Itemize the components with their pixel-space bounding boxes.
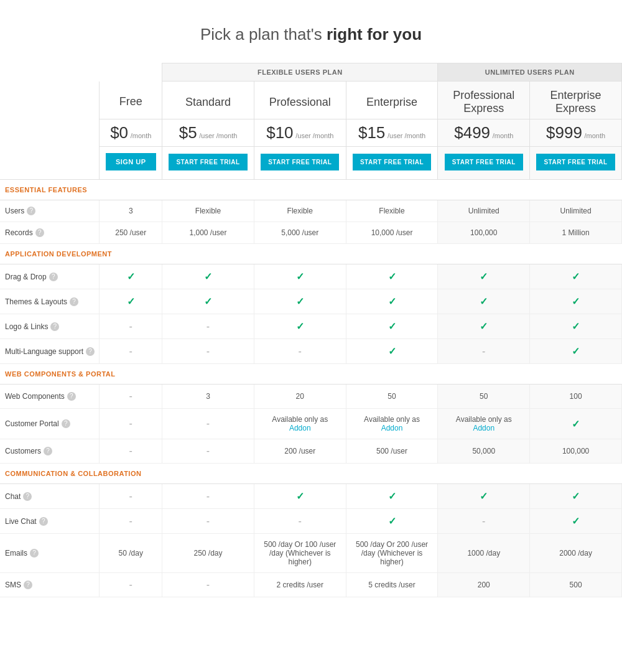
- help-icon[interactable]: ?: [44, 447, 52, 455]
- feature-value-2-2-5: 100,000: [530, 439, 622, 464]
- section-header-label-1: APPLICATION DEVELOPMENT: [0, 244, 622, 264]
- feature-label-cell-1-2: Logo & Links?: [0, 314, 100, 339]
- dash-indicator: -: [207, 579, 210, 590]
- feature-value-2-0-0: -: [100, 385, 162, 409]
- help-icon[interactable]: ?: [86, 347, 95, 356]
- feature-value-1-3-1: -: [162, 339, 254, 364]
- section-header-2: WEB COMPONENTS & PORTAL: [0, 364, 622, 385]
- addon-link[interactable]: Addon: [381, 424, 403, 432]
- trial-button-ent-express[interactable]: START FREE TRIAL: [536, 154, 615, 170]
- feature-value-0-0-4: Unlimited: [438, 200, 530, 222]
- feature-value-3-0-0: -: [100, 484, 162, 509]
- help-icon[interactable]: ?: [67, 392, 76, 401]
- feature-value-1-3-5: ✓: [530, 339, 622, 364]
- checkmark-icon: ✓: [204, 296, 212, 307]
- feature-value-2-2-3: 500 /user: [346, 439, 438, 464]
- trial-button-standard[interactable]: START FREE TRIAL: [169, 154, 247, 170]
- section-header-label-2: WEB COMPONENTS & PORTAL: [0, 364, 622, 385]
- signup-button-free[interactable]: SIGN UP: [106, 153, 156, 170]
- checkmark-icon: ✓: [572, 296, 580, 307]
- feature-row: SMS?--2 credits /user5 credits /user2005…: [0, 573, 622, 597]
- dash-indicator: -: [207, 446, 210, 456]
- checkmark-icon: ✓: [127, 271, 135, 282]
- feature-value-3-3-4: 200: [438, 573, 530, 597]
- feature-value-1-3-2: -: [254, 339, 346, 364]
- feature-value-2-0-3: 50: [346, 385, 438, 409]
- price-professional: $10 /user /month: [254, 119, 346, 147]
- addon-link[interactable]: Addon: [473, 424, 494, 432]
- page-wrapper: Pick a plan that's right for you FLEXIBL…: [0, 0, 622, 610]
- feature-label-cell-1-0: Drag & Drop?: [0, 264, 100, 289]
- feature-value-0-1-3: 10,000 /user: [346, 222, 438, 244]
- help-icon[interactable]: ?: [49, 273, 58, 281]
- feature-row: Drag & Drop?✓✓✓✓✓✓: [0, 264, 622, 289]
- feature-value-3-2-4: 1000 /day: [438, 534, 530, 573]
- feature-value-2-0-2: 20: [254, 385, 346, 409]
- feature-value-1-3-4: -: [438, 339, 530, 364]
- feature-value-3-2-1: 250 /day: [162, 534, 254, 573]
- feature-row: Multi-Language support?---✓-✓: [0, 339, 622, 364]
- dash-indicator: -: [129, 516, 132, 526]
- checkmark-icon: ✓: [388, 271, 396, 282]
- dash-indicator: -: [129, 446, 132, 456]
- price-ent-express: $999 /month: [530, 119, 622, 147]
- plan-name-standard: Standard: [162, 82, 254, 119]
- dash-indicator: -: [299, 516, 302, 526]
- feature-value-0-1-2: 5,000 /user: [254, 222, 346, 244]
- feature-value-0-1-0: 250 /user: [100, 222, 162, 244]
- checkmark-icon: ✓: [296, 321, 304, 332]
- feature-value-1-0-4: ✓: [438, 264, 530, 289]
- checkmark-icon: ✓: [480, 491, 488, 502]
- features-body: ESSENTIAL FEATURESUsers?3FlexibleFlexibl…: [0, 180, 622, 597]
- checkmark-icon: ✓: [296, 271, 304, 282]
- addon-link[interactable]: Addon: [289, 424, 311, 432]
- feature-label-cell-3-1: Live Chat?: [0, 509, 100, 534]
- help-icon[interactable]: ?: [35, 228, 44, 237]
- feature-row: Chat?--✓✓✓✓: [0, 484, 622, 509]
- help-icon[interactable]: ?: [23, 492, 32, 501]
- feature-row: Logo & Links?--✓✓✓✓: [0, 314, 622, 339]
- feature-value-3-0-3: ✓: [346, 484, 438, 509]
- feature-label-cell-0-0: Users?: [0, 200, 100, 222]
- help-icon[interactable]: ?: [24, 581, 32, 589]
- help-icon[interactable]: ?: [50, 322, 59, 331]
- dash-indicator: -: [129, 321, 132, 332]
- feature-value-2-0-1: 3: [162, 385, 254, 409]
- dash-indicator: -: [207, 516, 210, 526]
- feature-value-0-0-0: 3: [100, 200, 162, 222]
- plan-group-header-row: FLEXIBLE USERS PLAN UNLIMITED USERS PLAN: [0, 63, 622, 82]
- feature-value-2-0-5: 100: [530, 385, 622, 409]
- feature-value-1-2-4: ✓: [438, 314, 530, 339]
- feature-value-3-2-5: 2000 /day: [530, 534, 622, 573]
- help-icon[interactable]: ?: [70, 297, 78, 306]
- feature-label-cell-1-3: Multi-Language support?: [0, 339, 100, 364]
- help-icon[interactable]: ?: [27, 207, 35, 215]
- checkmark-icon: ✓: [572, 271, 580, 282]
- feature-value-3-1-2: -: [254, 509, 346, 534]
- feature-value-3-3-2: 2 credits /user: [254, 573, 346, 597]
- feature-value-2-1-3: Available only asAddon: [346, 409, 438, 439]
- trial-button-professional[interactable]: START FREE TRIAL: [261, 154, 339, 170]
- cta-professional: START FREE TRIAL: [254, 147, 346, 180]
- empty-price-cell: [0, 119, 100, 147]
- help-icon[interactable]: ?: [62, 419, 70, 428]
- section-header-0: ESSENTIAL FEATURES: [0, 180, 622, 200]
- dash-indicator: -: [207, 346, 210, 357]
- feature-value-3-1-5: ✓: [530, 509, 622, 534]
- feature-label-cell-3-2: Emails?: [0, 534, 100, 573]
- help-icon[interactable]: ?: [30, 549, 39, 558]
- feature-row: Web Components?-3205050100: [0, 385, 622, 409]
- feature-value-2-1-2: Available only asAddon: [254, 409, 346, 439]
- checkmark-icon: ✓: [572, 516, 580, 526]
- trial-button-enterprise[interactable]: START FREE TRIAL: [353, 154, 431, 170]
- feature-value-0-0-5: Unlimited: [530, 200, 622, 222]
- feature-value-0-1-4: 100,000: [438, 222, 530, 244]
- feature-label-cell-2-0: Web Components?: [0, 385, 100, 409]
- feature-row: Records?250 /user1,000 /user5,000 /user1…: [0, 222, 622, 244]
- feature-value-1-1-0: ✓: [100, 289, 162, 314]
- checkmark-icon: ✓: [388, 491, 396, 502]
- trial-button-pro-express[interactable]: START FREE TRIAL: [445, 154, 523, 170]
- dash-indicator: -: [129, 391, 132, 401]
- empty-name-cell: [0, 82, 100, 119]
- help-icon[interactable]: ?: [39, 517, 48, 526]
